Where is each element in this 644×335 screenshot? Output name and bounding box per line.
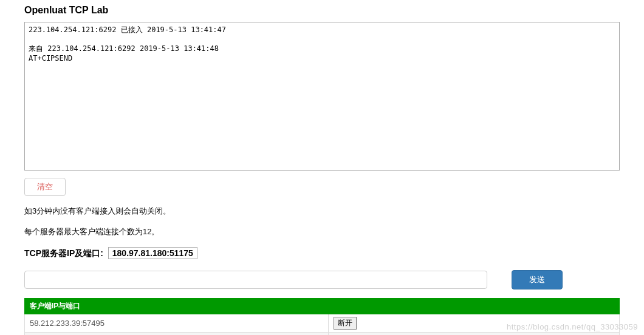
- server-info: TCP服务器IP及端口: 180.97.81.180:51175: [24, 247, 620, 259]
- table-header-action: [329, 299, 620, 314]
- page-title: Openluat TCP Lab: [24, 0, 620, 22]
- info-auto-close: 如3分钟内没有客户端接入则会自动关闭。: [24, 206, 620, 217]
- log-textarea[interactable]: [24, 22, 620, 171]
- send-input[interactable]: [24, 271, 487, 289]
- watermark: https://blog.csdn.net/qq_33033059: [507, 322, 638, 331]
- table-header-ip: 客户端IP与端口: [25, 299, 329, 314]
- info-max-clients: 每个服务器最大客户端连接个数为12。: [24, 226, 620, 237]
- client-ip-cell: 58.212.233.39:57495: [25, 314, 329, 333]
- send-button[interactable]: 发送: [512, 270, 563, 289]
- client-action-cell: 断开: [329, 333, 620, 336]
- table-row: 223.104.254.121:6292 断开: [25, 333, 620, 336]
- server-label: TCP服务器IP及端口:: [24, 248, 103, 258]
- disconnect-button[interactable]: 断开: [334, 317, 357, 330]
- server-address: 180.97.81.180:51175: [108, 247, 197, 259]
- clear-button[interactable]: 清空: [24, 178, 66, 196]
- client-ip-cell: 223.104.254.121:6292: [25, 333, 329, 336]
